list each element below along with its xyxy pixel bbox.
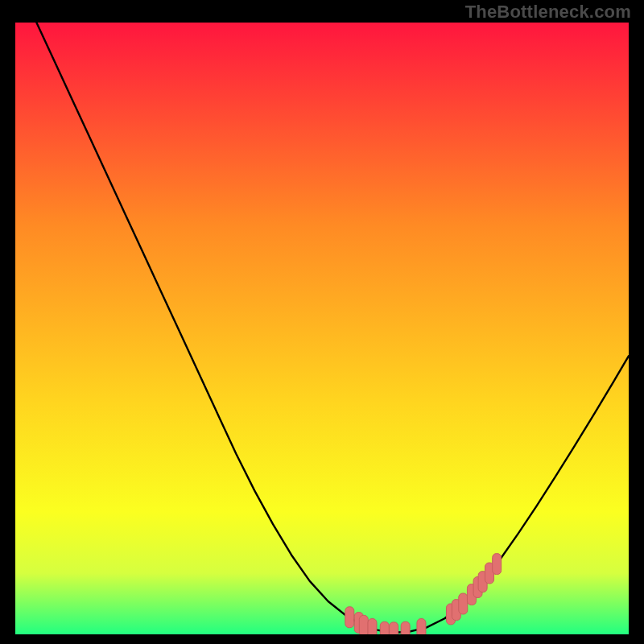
curve-marker: [359, 615, 368, 634]
curve-marker: [493, 554, 502, 575]
curve-marker: [417, 619, 426, 634]
curve-marker: [459, 593, 468, 614]
curve-marker: [368, 619, 377, 634]
curve-marker: [401, 621, 410, 634]
curve-marker: [390, 622, 398, 634]
gradient-background: [15, 23, 629, 634]
watermark-text: TheBottleneck.com: [465, 2, 631, 23]
curve-marker: [345, 607, 354, 628]
curve-marker: [380, 621, 389, 634]
chart-frame: TheBottleneck.com: [0, 0, 644, 644]
chart-plot-area: [15, 23, 629, 634]
chart-svg: [15, 23, 629, 634]
